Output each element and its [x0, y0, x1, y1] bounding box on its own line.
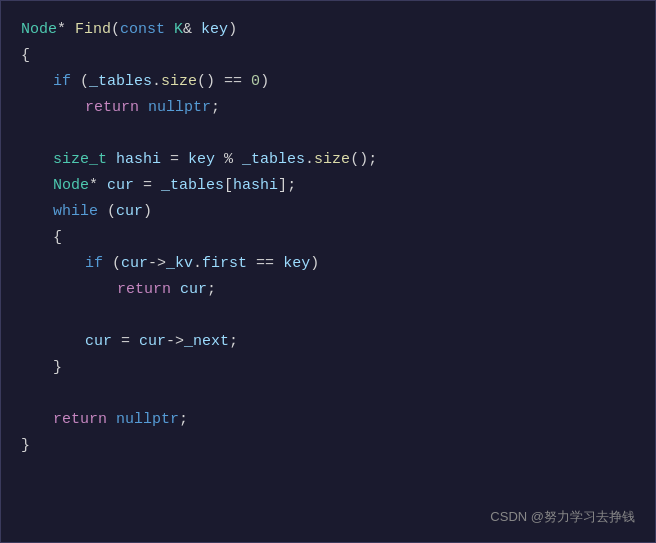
token: . [193, 252, 202, 276]
token: key [283, 252, 310, 276]
token: { [53, 226, 62, 250]
token: * [57, 18, 66, 42]
code-block: Node* Find(const K& key){if (_tables.siz… [1, 17, 655, 459]
code-line: return nullptr; [1, 95, 655, 121]
token: ; [207, 278, 216, 302]
code-line: } [1, 433, 655, 459]
token: ( [111, 18, 120, 42]
code-line: cur = cur->_next; [1, 329, 655, 355]
token: key [179, 148, 224, 172]
code-line: Node* Find(const K& key) [1, 17, 655, 43]
token: -> [148, 252, 166, 276]
token: cur [171, 278, 207, 302]
token: } [53, 356, 62, 380]
token: ) [310, 252, 319, 276]
code-line: { [1, 225, 655, 251]
token: cur [116, 200, 143, 224]
token: ) [143, 200, 152, 224]
token: ; [287, 174, 296, 198]
token: 0 [251, 70, 260, 94]
token: nullptr [107, 408, 179, 432]
token: ) [228, 18, 237, 42]
token: ( [98, 200, 116, 224]
token: == [215, 70, 251, 94]
token: Node [21, 18, 57, 42]
code-container: Node* Find(const K& key){if (_tables.siz… [0, 0, 656, 543]
token: first [202, 252, 247, 276]
code-line [1, 303, 655, 329]
token: () [197, 70, 215, 94]
token: _next [184, 330, 229, 354]
token: = [170, 148, 179, 172]
token: () [350, 148, 368, 172]
token: % [224, 148, 233, 172]
code-line: while (cur) [1, 199, 655, 225]
token: while [53, 200, 98, 224]
token: key [192, 18, 228, 42]
token: return [53, 408, 107, 432]
token: -> [166, 330, 184, 354]
code-line: { [1, 43, 655, 69]
code-line: if (cur->_kv.first == key) [1, 251, 655, 277]
token: ( [103, 252, 121, 276]
token: Find [66, 18, 111, 42]
token: cur [139, 330, 166, 354]
token: if [53, 70, 71, 94]
token: K [165, 18, 183, 42]
token: size [161, 70, 197, 94]
token: nullptr [139, 96, 211, 120]
token: cur [121, 252, 148, 276]
token: hashi [107, 148, 170, 172]
token: cur [98, 174, 143, 198]
token: ; [229, 330, 238, 354]
code-line [1, 121, 655, 147]
token: size [314, 148, 350, 172]
token: const [120, 18, 165, 42]
code-line: Node* cur = _tables[hashi]; [1, 173, 655, 199]
token: ; [211, 96, 220, 120]
token: cur [85, 330, 112, 354]
token: } [21, 434, 30, 458]
token: Node [53, 174, 89, 198]
code-line [1, 381, 655, 407]
token: _tables [233, 148, 305, 172]
watermark: CSDN @努力学习去挣钱 [490, 507, 635, 528]
code-line: return nullptr; [1, 407, 655, 433]
code-line: if (_tables.size() == 0) [1, 69, 655, 95]
token: = [112, 330, 139, 354]
token: _tables [89, 70, 152, 94]
token: ; [179, 408, 188, 432]
code-line: size_t hashi = key % _tables.size(); [1, 147, 655, 173]
token: . [152, 70, 161, 94]
token: * [89, 174, 98, 198]
token: & [183, 18, 192, 42]
token: ( [71, 70, 89, 94]
token: ; [368, 148, 377, 172]
token: return [85, 96, 139, 120]
code-line: return cur; [1, 277, 655, 303]
token: [ [224, 174, 233, 198]
token: == [247, 252, 283, 276]
token: = [143, 174, 152, 198]
token: ] [278, 174, 287, 198]
token: ) [260, 70, 269, 94]
token: { [21, 44, 30, 68]
token: if [85, 252, 103, 276]
token: . [305, 148, 314, 172]
token: _tables [152, 174, 224, 198]
token: _kv [166, 252, 193, 276]
token: size_t [53, 148, 107, 172]
token: hashi [233, 174, 278, 198]
code-line: } [1, 355, 655, 381]
token: return [117, 278, 171, 302]
